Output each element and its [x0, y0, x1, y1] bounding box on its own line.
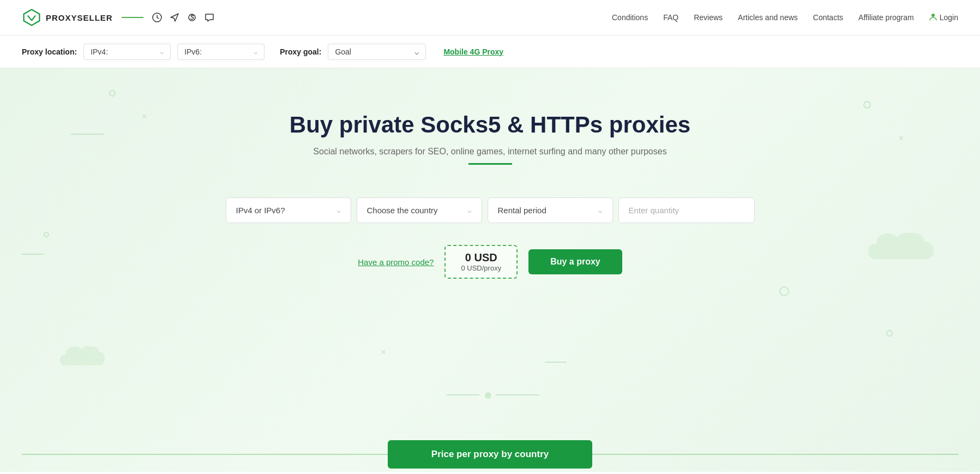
hero-underline [468, 163, 512, 165]
hero-subtitle: Social networks, scrapers for SEO, onlin… [290, 147, 690, 157]
ipv6-label: IPv6: [184, 47, 202, 56]
price-usd: 0 USD [461, 251, 501, 264]
deco-line-1 [71, 134, 104, 135]
logo-divider [122, 17, 143, 18]
country-placeholder: Choose the country [367, 206, 438, 215]
badge-icon[interactable] [152, 13, 162, 22]
hero-content: Buy private Socks5 & HTTPs proxies Socia… [290, 112, 690, 192]
promo-code-link[interactable]: Have a promo code? [358, 257, 434, 267]
goal-chevron-icon: ⌵ [414, 47, 419, 56]
nav-articles[interactable]: Articles and news [738, 13, 798, 22]
ip-version-select[interactable]: IPv4 or IPv6? ⌵ [226, 197, 351, 223]
bottom-line-right [592, 454, 958, 455]
country-chevron-icon: ⌵ [467, 206, 472, 214]
logo-icon [22, 8, 41, 27]
ip-version-chevron-icon: ⌵ [336, 206, 341, 214]
ipv4-chevron-icon: ⌵ [160, 48, 164, 56]
deco-circle-3 [863, 101, 871, 109]
price-box: 0 USD 0 USD/proxy [444, 245, 518, 279]
goal-select[interactable]: Goal ⌵ [328, 44, 426, 60]
chat-icon[interactable] [205, 13, 214, 22]
person-icon [929, 13, 937, 22]
nav-login[interactable]: Login [929, 13, 958, 22]
proxy-bar: Proxy location: IPv4: ⌵ IPv6: ⌵ Proxy go… [0, 35, 980, 68]
quantity-input[interactable] [618, 197, 755, 223]
deco-x-1: × [142, 112, 147, 122]
deco-circle-4 [779, 286, 789, 296]
deco-line-2 [22, 254, 44, 255]
login-label: Login [940, 13, 958, 22]
main-nav: Conditions FAQ Reviews Articles and news… [612, 13, 958, 22]
deco-circle-2 [44, 232, 49, 237]
bottom-line-left [22, 454, 388, 455]
navbar: PROXYSELLER Conditions FAQ Reviews Artic… [0, 0, 980, 35]
deco-line-4 [496, 394, 539, 395]
cloud-left [55, 335, 120, 374]
country-select[interactable]: Choose the country ⌵ [357, 197, 482, 223]
nav-faq[interactable]: FAQ [663, 13, 678, 22]
mobile-4g-link[interactable]: Mobile 4G Proxy [443, 47, 503, 56]
logo-text: PROXYSELLER [46, 13, 113, 22]
rental-placeholder: Rental period [498, 206, 546, 215]
proxy-location-label: Proxy location: [22, 47, 77, 56]
proxy-goal-label: Proxy goal: [280, 47, 321, 56]
svg-marker-0 [24, 10, 40, 26]
deco-circle-1 [109, 90, 116, 97]
svg-point-2 [931, 14, 935, 17]
price-per-proxy: 0 USD/proxy [461, 264, 501, 272]
ipv4-label: IPv4: [91, 47, 108, 56]
deco-line-3 [447, 394, 479, 395]
hero-section: × × × Buy private Socks5 & HTTPs proxies… [0, 68, 980, 472]
nav-conditions[interactable]: Conditions [612, 13, 648, 22]
price-country-button[interactable]: Price per proxy by country [388, 440, 592, 469]
deco-circle-5 [886, 330, 893, 337]
ipv4-select[interactable]: IPv4: ⌵ [83, 44, 171, 60]
rental-chevron-icon: ⌵ [598, 206, 603, 214]
deco-slider [485, 392, 491, 399]
social-icons [152, 13, 214, 22]
goal-placeholder: Goal [335, 47, 351, 56]
bottom-bar: Price per proxy by country [0, 437, 980, 472]
deco-x-3: × [381, 347, 386, 357]
skype-icon[interactable] [187, 13, 197, 22]
cloud-right [860, 221, 947, 270]
ipv6-select[interactable]: IPv6: ⌵ [177, 44, 264, 60]
buy-proxy-button[interactable]: Buy a proxy [528, 249, 622, 274]
ipv6-chevron-icon: ⌵ [254, 48, 257, 56]
deco-line-5 [545, 362, 567, 363]
nav-reviews[interactable]: Reviews [694, 13, 723, 22]
paper-plane-icon[interactable] [170, 13, 179, 22]
nav-affiliate[interactable]: Affiliate program [858, 13, 914, 22]
hero-title: Buy private Socks5 & HTTPs proxies [290, 112, 690, 138]
logo-link[interactable]: PROXYSELLER [22, 8, 113, 27]
ip-version-placeholder: IPv4 or IPv6? [236, 206, 285, 215]
price-row: Have a promo code? 0 USD 0 USD/proxy Buy… [358, 245, 622, 279]
nav-contacts[interactable]: Contacts [813, 13, 843, 22]
rental-period-select[interactable]: Rental period ⌵ [488, 197, 613, 223]
form-row: IPv4 or IPv6? ⌵ Choose the country ⌵ Ren… [226, 197, 755, 223]
deco-x-2: × [899, 134, 904, 143]
